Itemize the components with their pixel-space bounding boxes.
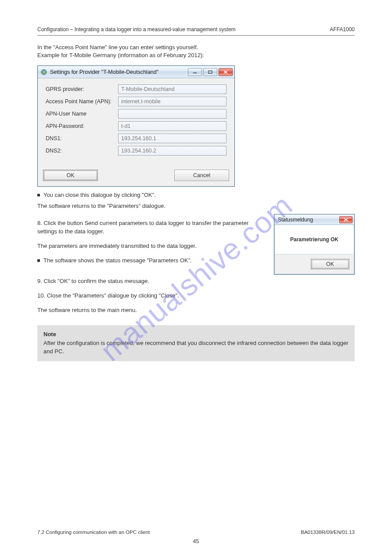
document-page: Configuration – Integrating a data logge… xyxy=(0,0,392,555)
footer-meta: 7.2 Configuring communication with an OP… xyxy=(37,530,355,535)
field-dns1[interactable]: 193.254.160.1 xyxy=(118,134,227,143)
square-bullet-icon xyxy=(37,259,40,262)
status-close-button[interactable] xyxy=(339,216,352,223)
square-bullet-icon xyxy=(37,194,40,196)
label-apn-user: APN-User Name xyxy=(46,111,118,117)
field-apn-password[interactable]: t-d1 xyxy=(118,121,227,131)
para-immediately: The parameters are immediately transmitt… xyxy=(37,242,267,250)
step-8: 8. Click the button Send current paramet… xyxy=(37,219,267,236)
svg-rect-2 xyxy=(209,71,212,73)
settings-titlebar: Settings for Provider "T-Mobile-Deutschl… xyxy=(38,66,234,78)
window-controls xyxy=(188,68,233,76)
intro-text: In the "Access Point Name" line you can … xyxy=(37,44,355,59)
page-header: Configuration – Integrating a data logge… xyxy=(37,26,355,36)
note-body: After the configuration is completed, we… xyxy=(43,340,348,355)
row-dns2: DNS2: 193.254.160.2 xyxy=(46,146,227,156)
header-product: AFFA1000 xyxy=(330,26,355,33)
intro-line2: Example for T-Mobile Germany (informatio… xyxy=(37,51,355,59)
label-gprs-provider: GPRS provider: xyxy=(46,86,118,92)
row-gprs-provider: GPRS provider: T-Mobile-Deutschland xyxy=(46,84,227,94)
status-ok-button[interactable]: OK xyxy=(311,259,349,269)
step-8-row: 8. Click the button Send current paramet… xyxy=(37,217,355,275)
note-box: Note After the configuration is complete… xyxy=(37,325,355,362)
step-10-text: Close the "Parameters" dialogue by click… xyxy=(47,292,179,299)
row-apn-password: APN-Password: t-d1 xyxy=(46,121,227,131)
label-dns2: DNS2: xyxy=(46,148,118,154)
footer-doc-id: BA01338R/09/EN/01.13 xyxy=(301,530,355,535)
minimize-button[interactable] xyxy=(188,68,202,76)
footer-left: 7.2 Configuring communication with an OP… xyxy=(37,530,150,535)
settings-dialog: Settings for Provider "T-Mobile-Deutschl… xyxy=(37,65,235,187)
status-dialog: Statusmeldung Parametrierung OK OK xyxy=(274,214,355,275)
field-gprs-provider[interactable]: T-Mobile-Deutschland xyxy=(118,84,227,94)
settings-body: GPRS provider: T-Mobile-Deutschland Acce… xyxy=(38,78,234,165)
status-title: Statusmeldung xyxy=(278,217,313,223)
note-head: Note xyxy=(43,330,349,339)
ok-button[interactable]: OK xyxy=(43,170,98,181)
step-10-number: 10. xyxy=(37,292,45,299)
row-dns1: DNS1: 193.254.160.1 xyxy=(46,134,227,143)
bullet-status: The software shows the status message "P… xyxy=(37,257,267,265)
close-button[interactable] xyxy=(219,68,233,76)
settings-button-row: OK Cancel xyxy=(38,165,234,186)
step-8-text-block: 8. Click the button Send current paramet… xyxy=(37,217,267,266)
bullet-close-ok-text: You can close this dialogue by clicking … xyxy=(43,191,156,200)
para-return-main: The software returns to the main menu. xyxy=(37,306,355,315)
bullet-status-text: The software shows the status message "P… xyxy=(43,257,192,265)
step-9-text: Click "OK" to confirm the status message… xyxy=(43,278,149,284)
label-dns1: DNS1: xyxy=(46,135,118,141)
header-section-path: Configuration – Integrating a data logge… xyxy=(37,26,236,33)
row-apn-user: APN-User Name xyxy=(46,109,227,119)
field-apn[interactable]: internet.t-mobile xyxy=(118,97,227,106)
para-returns: The software returns to the "Parameters"… xyxy=(37,202,355,210)
app-icon xyxy=(40,69,47,76)
label-apn-password: APN-Password: xyxy=(46,123,118,129)
step-9-number: 9. xyxy=(37,278,42,284)
status-footer: OK xyxy=(274,254,354,274)
status-message: Parametrierung OK xyxy=(274,225,354,254)
label-apn: Access Point Name (APN): xyxy=(46,98,118,105)
field-dns2[interactable]: 193.254.160.2 xyxy=(118,146,227,156)
page-number: 45 xyxy=(0,538,392,544)
step-10: 10. Close the "Parameters" dialogue by c… xyxy=(37,292,355,300)
field-apn-user[interactable] xyxy=(118,109,227,119)
cancel-button[interactable]: Cancel xyxy=(174,170,229,181)
step-8-number: 8. xyxy=(37,220,42,226)
row-apn: Access Point Name (APN): internet.t-mobi… xyxy=(46,97,227,106)
bullet-close-ok: You can close this dialogue by clicking … xyxy=(37,191,355,200)
status-titlebar: Statusmeldung xyxy=(274,214,354,225)
step-9: 9. Click "OK" to confirm the status mess… xyxy=(37,277,355,286)
step-8-text: Click the button Send current parameters… xyxy=(37,220,248,235)
intro-line1: In the "Access Point Name" line you can … xyxy=(37,44,355,51)
settings-title: Settings for Provider "T-Mobile-Deutschl… xyxy=(50,69,158,75)
maximize-button[interactable] xyxy=(203,68,217,76)
